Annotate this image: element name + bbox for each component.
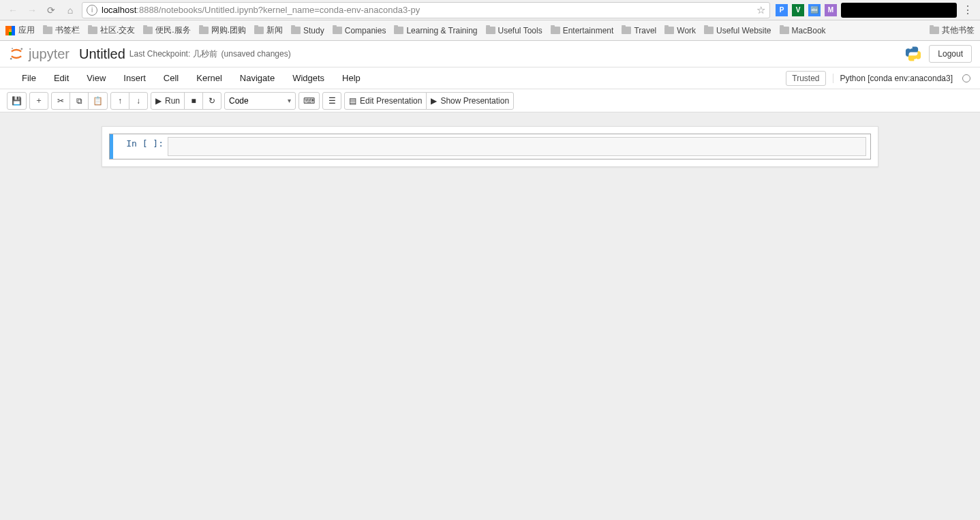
forward-button[interactable]: →	[25, 3, 40, 18]
bookmark-bar: 应用 书签栏 社区.交友 便民.服务 网购.团购 新闻 Study Compan…	[0, 20, 980, 41]
menu-kernel[interactable]: Kernel	[196, 73, 222, 83]
kernel-name[interactable]: Python [conda env:anaconda3]	[833, 74, 955, 83]
jupyter-wordmark: jupyter	[29, 46, 70, 62]
menubar: File Edit View Insert Cell Kernel Naviga…	[0, 67, 980, 89]
folder-icon	[333, 27, 342, 34]
extension-overflow-box	[841, 3, 957, 18]
copy-button[interactable]: ⧉	[70, 92, 89, 110]
logout-button[interactable]: Logout	[929, 45, 972, 63]
paste-button[interactable]: 📋	[88, 92, 108, 110]
menu-widgets[interactable]: Widgets	[292, 73, 324, 83]
extension-p-icon[interactable]: P	[776, 4, 788, 16]
save-button[interactable]: 💾	[7, 92, 27, 110]
toolbar: 💾 ＋ ✂ ⧉ 📋 ↑ ↓ ▶Run ■ ↻ Code ⌨ ☰ ▤Edit Pr…	[0, 89, 980, 112]
extension-v-icon[interactable]: V	[792, 4, 804, 16]
move-down-button[interactable]: ↓	[129, 92, 148, 110]
code-cell[interactable]: In [ ]:	[109, 134, 871, 159]
menu-navigate[interactable]: Navigate	[240, 73, 275, 83]
paste-icon: 📋	[93, 96, 103, 106]
bookmark-folder[interactable]: Learning & Training	[394, 26, 477, 35]
extension-icons: P V 🔤 M ⋮	[776, 3, 975, 18]
plus-icon: ＋	[35, 95, 43, 106]
list-icon: ☰	[328, 96, 336, 106]
extension-m-icon[interactable]: M	[825, 4, 837, 16]
bookmark-star-icon[interactable]: ☆	[756, 4, 765, 16]
bookmark-folder[interactable]: 新闻	[254, 25, 283, 36]
menu-help[interactable]: Help	[342, 73, 361, 83]
url-bar[interactable]: i localhost:8888/notebooks/Untitled.ipyn…	[82, 2, 770, 18]
run-button[interactable]: ▶Run	[151, 92, 185, 110]
restart-button[interactable]: ↻	[202, 92, 221, 110]
bookmark-folder[interactable]: Useful Website	[704, 26, 771, 35]
save-icon: 💾	[12, 96, 22, 106]
restart-icon: ↻	[209, 96, 215, 106]
bookmark-folder[interactable]: Useful Tools	[486, 26, 542, 35]
bookmark-folder[interactable]: Entertainment	[551, 26, 614, 35]
browser-address-bar: ← → ⟳ ⌂ i localhost:8888/notebooks/Untit…	[0, 0, 980, 20]
svg-point-4	[916, 59, 917, 60]
back-button[interactable]: ←	[5, 3, 20, 18]
stop-button[interactable]: ■	[184, 92, 203, 110]
folder-icon	[551, 27, 560, 34]
folder-icon	[930, 27, 939, 34]
menu-insert[interactable]: Insert	[123, 73, 146, 83]
url-port: :8888	[136, 5, 159, 15]
site-info-icon[interactable]: i	[87, 5, 97, 16]
edit-presentation-button[interactable]: ▤Edit Presentation	[344, 92, 427, 110]
trusted-indicator[interactable]: Trusted	[786, 71, 825, 86]
folder-icon	[704, 27, 714, 34]
folder-icon	[622, 27, 631, 34]
bookmark-folder[interactable]: 便民.服务	[143, 25, 190, 36]
apps-button[interactable]: 应用	[5, 25, 35, 36]
browser-menu-icon[interactable]: ⋮	[961, 3, 975, 16]
bookmark-folder[interactable]: Study	[291, 26, 324, 35]
code-input-area[interactable]	[168, 137, 866, 156]
svg-point-3	[910, 48, 911, 49]
folder-icon	[664, 27, 674, 34]
extension-translate-icon[interactable]: 🔤	[808, 4, 821, 16]
unsaved-indicator: (unsaved changes)	[221, 49, 291, 59]
checkpoint-label: Last Checkpoint: 几秒前	[129, 48, 217, 60]
keyboard-icon: ⌨	[303, 96, 315, 106]
slides-icon: ▤	[349, 96, 356, 106]
menu-edit[interactable]: Edit	[54, 73, 69, 83]
other-bookmarks[interactable]: 其他书签	[930, 25, 975, 36]
svg-point-0	[20, 48, 22, 50]
bookmark-folder[interactable]: 书签栏	[43, 25, 80, 36]
move-up-button[interactable]: ↑	[110, 92, 129, 110]
svg-point-2	[12, 48, 13, 49]
copy-icon: ⧉	[76, 96, 82, 106]
menu-cell[interactable]: Cell	[164, 73, 179, 83]
arrow-down-icon: ↓	[136, 96, 140, 106]
reload-button[interactable]: ⟳	[44, 3, 59, 18]
bookmark-folder[interactable]: Work	[664, 26, 696, 35]
bookmark-folder[interactable]: Companies	[333, 26, 386, 35]
notebook-title[interactable]: Untitled	[79, 46, 125, 62]
show-presentation-button[interactable]: ▶Show Presentation	[426, 92, 514, 110]
folder-icon	[43, 27, 52, 34]
run-icon: ▶	[155, 96, 162, 106]
toc-button[interactable]: ☰	[322, 92, 341, 110]
input-prompt: In [ ]:	[113, 134, 168, 159]
folder-icon	[143, 27, 153, 34]
home-button[interactable]: ⌂	[63, 3, 78, 18]
kernel-idle-icon	[962, 74, 970, 82]
celltype-select[interactable]: Code	[224, 92, 296, 110]
bookmark-folder[interactable]: 网购.团购	[199, 25, 246, 36]
menu-file[interactable]: File	[22, 73, 36, 83]
command-palette-button[interactable]: ⌨	[298, 92, 320, 110]
url-host: localhost	[102, 5, 136, 15]
folder-icon	[199, 27, 209, 34]
menu-view[interactable]: View	[87, 73, 106, 83]
folder-icon	[291, 27, 301, 34]
stop-icon: ■	[191, 96, 196, 106]
apps-label: 应用	[18, 25, 35, 36]
add-cell-button[interactable]: ＋	[29, 92, 48, 110]
arrow-up-icon: ↑	[118, 96, 122, 106]
bookmark-folder[interactable]: Travel	[622, 26, 656, 35]
bookmark-folder[interactable]: MacBook	[780, 26, 826, 35]
bookmark-folder[interactable]: 社区.交友	[88, 25, 135, 36]
jupyter-logo[interactable]: jupyter	[8, 46, 70, 62]
cut-button[interactable]: ✂	[51, 92, 70, 110]
folder-icon	[88, 27, 97, 34]
